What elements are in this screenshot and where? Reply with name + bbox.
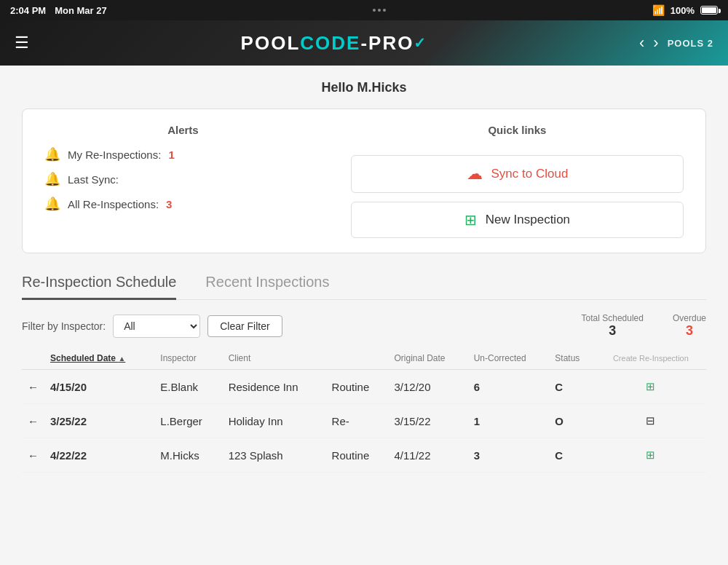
row-scheduled-date-1: 3/25/22	[44, 404, 154, 438]
sort-arrow-icon: ▲	[118, 355, 125, 363]
row-scheduled-date-2: 4/22/22	[44, 438, 154, 473]
th-scheduled-date-label: Scheduled Date	[50, 353, 116, 363]
battery-icon	[700, 6, 718, 15]
alert-item-0: 🔔 My Re-Inspections: 1	[44, 146, 322, 162]
th-scheduled-date[interactable]: Scheduled Date ▲	[44, 350, 154, 370]
row-client-2: 123 Splash	[223, 438, 326, 473]
th-type	[326, 350, 389, 370]
table-row: ← 4/22/22 M.Hicks 123 Splash Routine 4/1…	[22, 438, 706, 473]
row-uncorrected-0: 6	[468, 370, 550, 404]
tab-recent-label: Recent Inspections	[205, 274, 329, 290]
total-scheduled-stat: Total Scheduled 3	[582, 313, 644, 339]
row-inspector-0: E.Blank	[154, 370, 222, 404]
logo-code: CODE	[300, 32, 360, 55]
row-original-date-0: 3/12/20	[388, 370, 467, 404]
row-type-0: Routine	[326, 370, 389, 404]
th-client: Client	[223, 350, 326, 370]
overdue-value: 3	[686, 323, 693, 339]
th-status: Status	[549, 350, 595, 370]
row-arrow-0: ←	[22, 370, 44, 404]
tab-reinspection[interactable]: Re-Inspection Schedule	[22, 274, 176, 300]
row-status-1: O	[549, 404, 595, 438]
alert-label-1: Last Sync:	[68, 173, 119, 186]
alert-item-2: 🔔 All Re-Inspections: 3	[44, 196, 322, 212]
bell-icon-0: 🔔	[44, 146, 60, 162]
status-bar: 2:04 PM Mon Mar 27 📶 100%	[0, 0, 728, 20]
bell-icon-2: 🔔	[44, 196, 60, 212]
summary-stats: Total Scheduled 3 Overdue 3	[582, 313, 706, 339]
logo-dash: -PRO	[360, 32, 414, 55]
total-scheduled-label: Total Scheduled	[582, 313, 644, 323]
tab-reinspection-label: Re-Inspection Schedule	[22, 274, 176, 290]
logo-checkmark-icon: ✓	[414, 34, 427, 52]
th-uncorrected: Un-Corrected	[468, 350, 550, 370]
row-original-date-1: 3/15/22	[388, 404, 467, 438]
new-inspection-label: New Inspection	[486, 213, 570, 227]
new-inspection-button[interactable]: ⊞ New Inspection	[351, 202, 684, 238]
row-inspector-1: L.Berger	[154, 404, 222, 438]
overdue-stat: Overdue 3	[673, 313, 706, 339]
hamburger-menu[interactable]: ☰	[15, 35, 29, 51]
filter-row: Filter by Inspector: All E.Blank L.Berge…	[22, 313, 706, 339]
status-right: 📶 100%	[652, 4, 718, 16]
row-client-1: Holiday Inn	[223, 404, 326, 438]
table-row: ← 3/25/22 L.Berger Holiday Inn Re- 3/15/…	[22, 404, 706, 438]
inspection-table: Scheduled Date ▲ Inspector Client Origin…	[22, 350, 706, 473]
row-arrow-2: ←	[22, 438, 44, 473]
row-arrow-1: ←	[22, 404, 44, 438]
status-time: 2:04 PM	[10, 5, 46, 16]
row-client-0: Residence Inn	[223, 370, 326, 404]
row-status-0: C	[549, 370, 595, 404]
row-type-1: Re-	[326, 404, 389, 438]
cloud-icon: ☁	[467, 165, 483, 183]
status-date: Mon Mar 27	[55, 5, 107, 16]
alert-count-2: 3	[166, 198, 172, 210]
bell-icon-1: 🔔	[44, 171, 60, 187]
overdue-label: Overdue	[673, 313, 706, 323]
create-reinspect-button-0[interactable]: ⊞	[596, 370, 706, 404]
header-right: ‹ › POOLS 2	[639, 33, 713, 52]
app-logo: POOLCODE-PRO✓	[241, 32, 428, 55]
row-scheduled-date-0: 4/15/20	[44, 370, 154, 404]
inspector-filter-select[interactable]: All E.Blank L.Berger M.Hicks	[113, 315, 200, 338]
tabs-container: Re-Inspection Schedule Recent Inspection…	[22, 274, 706, 300]
sync-label: Sync to Cloud	[491, 167, 569, 181]
main-content: Hello M.Hicks Alerts 🔔 My Re-Inspections…	[0, 66, 728, 565]
header-nav: ☰ POOLCODE-PRO✓ ‹ › POOLS 2	[0, 20, 728, 66]
create-reinspect-button-1[interactable]: ⊟	[596, 404, 706, 438]
total-scheduled-value: 3	[609, 323, 616, 339]
battery-percent: 100%	[670, 5, 695, 16]
wifi-icon: 📶	[652, 4, 665, 16]
row-type-2: Routine	[326, 438, 389, 473]
greeting-text: Hello M.Hicks	[22, 80, 706, 95]
alerts-title: Alerts	[44, 124, 322, 136]
clear-filter-button[interactable]: Clear Filter	[207, 315, 282, 337]
row-uncorrected-2: 3	[468, 438, 550, 473]
alert-item-1: 🔔 Last Sync:	[44, 171, 322, 187]
alert-count-0: 1	[168, 149, 174, 161]
row-uncorrected-1: 1	[468, 404, 550, 438]
alert-label-0: My Re-Inspections:	[68, 149, 161, 161]
logo-pool: POOL	[241, 32, 301, 55]
back-arrow-button[interactable]: ‹	[639, 33, 644, 52]
dashboard-card: Alerts 🔔 My Re-Inspections: 1 🔔 Last Syn…	[22, 108, 706, 253]
alert-label-2: All Re-Inspections:	[68, 198, 159, 210]
pools-badge: POOLS 2	[668, 38, 713, 49]
row-inspector-2: M.Hicks	[154, 438, 222, 473]
sync-to-cloud-button[interactable]: ☁ Sync to Cloud	[351, 155, 684, 193]
filter-label: Filter by Inspector:	[22, 320, 106, 332]
filter-left: Filter by Inspector: All E.Blank L.Berge…	[22, 315, 282, 338]
th-create-reinspection: Create Re-Inspection	[596, 350, 706, 370]
new-inspection-icon: ⊞	[464, 211, 477, 229]
row-original-date-2: 4/11/22	[388, 438, 467, 473]
table-row: ← 4/15/20 E.Blank Residence Inn Routine …	[22, 370, 706, 404]
forward-arrow-button[interactable]: ›	[653, 33, 658, 52]
create-reinspect-button-2[interactable]: ⊞	[596, 438, 706, 473]
quick-links-title: Quick links	[351, 124, 684, 136]
th-original-date: Original Date	[388, 350, 467, 370]
alerts-section: Alerts 🔔 My Re-Inspections: 1 🔔 Last Syn…	[44, 124, 322, 238]
tab-recent[interactable]: Recent Inspections	[205, 274, 329, 300]
status-dots	[373, 9, 386, 12]
quick-links-section: Quick links ☁ Sync to Cloud ⊞ New Inspec…	[351, 124, 684, 238]
row-status-2: C	[549, 438, 595, 473]
